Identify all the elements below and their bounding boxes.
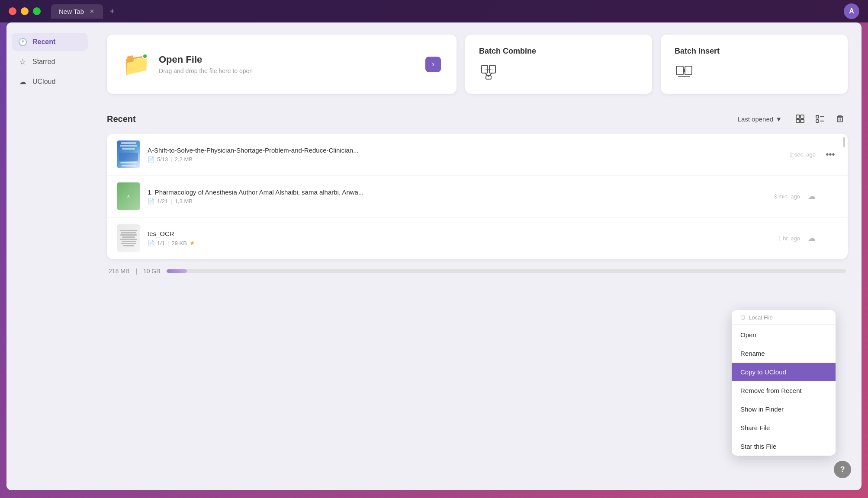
file-time: 1 hr. ago [778, 235, 800, 242]
open-file-text: Open File Drag and drop the file here to… [159, 54, 253, 74]
context-menu-remove-recent[interactable]: Remove from Recent [732, 381, 836, 400]
batch-combine-card[interactable]: Batch Combine [465, 35, 652, 94]
open-label: Open [740, 331, 756, 338]
clock-icon: 🕐 [18, 37, 27, 47]
help-button[interactable]: ? [834, 461, 851, 478]
open-file-arrow-button[interactable]: › [425, 57, 441, 72]
svg-rect-14 [800, 119, 804, 123]
star-file-label: Star this File [740, 443, 776, 450]
table-row: A-Shift-to-Solve-the-Physician-Shortage-… [107, 134, 848, 176]
new-tab-button[interactable]: + [106, 5, 119, 18]
open-file-card[interactable]: 📁 Open File Drag and drop the file here … [107, 35, 457, 94]
local-file-icon: ⬡ [740, 314, 745, 321]
delete-recent-button[interactable] [832, 111, 848, 127]
file-list: A-Shift-to-Solve-the-Physician-Shortage-… [107, 134, 848, 259]
file-info: A-Shift-to-Solve-the-Physician-Shortage-… [148, 147, 782, 163]
svg-rect-15 [816, 115, 819, 118]
storage-used: 218 MB [109, 268, 129, 275]
main-content: 📁 Open File Drag and drop the file here … [93, 22, 862, 490]
file-pages: 1/21 [157, 198, 168, 204]
tab-close-icon[interactable]: ✕ [88, 8, 95, 15]
file-thumbnail [117, 224, 140, 252]
file-info: 1. Pharmacology of Anesthesia Author Ama… [148, 188, 766, 204]
sidebar-label-ucloud: UCloud [32, 78, 55, 86]
file-info: tes_OCR 📄 1/1 | 29 KB ★ [148, 230, 770, 246]
svg-rect-13 [796, 119, 800, 123]
cloud-upload-icon: ☁ [808, 233, 816, 243]
recent-section-header: Recent Last opened ▼ [107, 111, 848, 127]
batch-combine-title: Batch Combine [479, 47, 536, 56]
page-icon: 📄 [148, 240, 154, 246]
file-time: 2 sec. ago [790, 151, 816, 158]
batch-insert-title: Batch Insert [675, 47, 720, 56]
list-view-button[interactable] [812, 111, 828, 127]
svg-rect-16 [816, 120, 819, 122]
star-badge-icon: ★ [190, 239, 195, 246]
svg-rect-7 [685, 66, 692, 75]
table-row: A 1. Pharmacology of Anesthesia Author A… [107, 176, 848, 217]
file-size: 1,3 MB [175, 198, 193, 204]
titlebar: New Tab ✕ + A [0, 0, 868, 22]
context-menu: ⬡ Local File Open Rename Copy to UCloud … [732, 310, 836, 456]
file-thumbnail [117, 140, 140, 168]
cloud-upload-icon: ☁ [808, 192, 816, 201]
minimize-button[interactable] [21, 7, 29, 15]
tab-label: New Tab [59, 8, 84, 15]
open-file-title: Open File [159, 54, 253, 65]
sidebar-label-recent: Recent [32, 38, 55, 46]
sort-label: Last opened [738, 115, 774, 123]
show-finder-label: Show in Finder [740, 405, 784, 413]
context-menu-header: ⬡ Local File [732, 310, 836, 323]
file-name: 1. Pharmacology of Anesthesia Author Ama… [148, 188, 766, 196]
batch-combine-icon [479, 63, 498, 82]
table-row: tes_OCR 📄 1/1 | 29 KB ★ 1 hr. ago ☁ ••• [107, 217, 848, 259]
rename-label: Rename [740, 350, 765, 357]
folder-icon-wrap: 📁 [122, 53, 148, 76]
avatar[interactable]: A [844, 3, 859, 19]
sidebar-item-recent[interactable]: 🕐 Recent [12, 33, 88, 51]
sidebar-item-ucloud[interactable]: ☁ UCloud [12, 73, 88, 91]
storage-bar: 218 MB | 10 GB [107, 268, 848, 275]
file-size: 29 KB [171, 240, 186, 246]
page-icon: 📄 [148, 156, 154, 163]
storage-total: 10 GB [143, 268, 161, 275]
cloud-icon: ☁ [18, 77, 27, 86]
batch-insert-card[interactable]: Batch Insert [661, 35, 848, 94]
app-window: 🕐 Recent ☆ Starred ☁ UCloud 📁 Open File [6, 22, 862, 490]
sidebar-item-starred[interactable]: ☆ Starred [12, 53, 88, 71]
file-meta: 📄 1/1 | 29 KB ★ [148, 239, 770, 246]
sidebar: 🕐 Recent ☆ Starred ☁ UCloud [6, 22, 93, 490]
tab-new[interactable]: New Tab ✕ [51, 4, 103, 19]
recent-title: Recent [107, 114, 136, 124]
top-cards: 📁 Open File Drag and drop the file here … [107, 35, 848, 94]
open-file-subtitle: Drag and drop the file here to open [159, 67, 253, 74]
sort-dropdown[interactable]: Last opened ▼ [738, 115, 782, 123]
context-menu-rename[interactable]: Rename [732, 344, 836, 363]
svg-rect-11 [796, 115, 800, 118]
close-button[interactable] [9, 7, 16, 15]
grid-view-button[interactable] [792, 111, 808, 127]
copy-ucloud-label: Copy to UCloud [740, 368, 786, 376]
file-meta: 📄 1/21 | 1,3 MB [148, 198, 766, 204]
context-menu-open[interactable]: Open [732, 326, 836, 344]
context-menu-copy-ucloud[interactable]: Copy to UCloud [732, 363, 836, 381]
storage-sep: | [135, 268, 137, 275]
context-menu-star-file[interactable]: Star this File [732, 437, 836, 456]
file-meta: 📄 5/13 | 2,2 MB [148, 156, 782, 163]
file-pages: 1/1 [157, 240, 165, 246]
svg-rect-6 [676, 66, 683, 75]
context-menu-share-file[interactable]: Share File [732, 418, 836, 437]
file-name: A-Shift-to-Solve-the-Physician-Shortage-… [148, 147, 782, 154]
storage-bar-track [167, 269, 846, 273]
sort-chevron-icon: ▼ [775, 115, 782, 123]
context-divider [732, 324, 836, 325]
context-menu-show-finder[interactable]: Show in Finder [732, 400, 836, 418]
maximize-button[interactable] [33, 7, 41, 15]
page-icon: 📄 [148, 198, 154, 204]
star-icon: ☆ [18, 57, 27, 67]
file-more-button[interactable]: ••• [823, 147, 837, 161]
file-pages: 5/13 [157, 156, 168, 163]
file-name: tes_OCR [148, 230, 770, 237]
file-thumbnail: A [117, 182, 140, 210]
batch-insert-icon [675, 63, 694, 82]
